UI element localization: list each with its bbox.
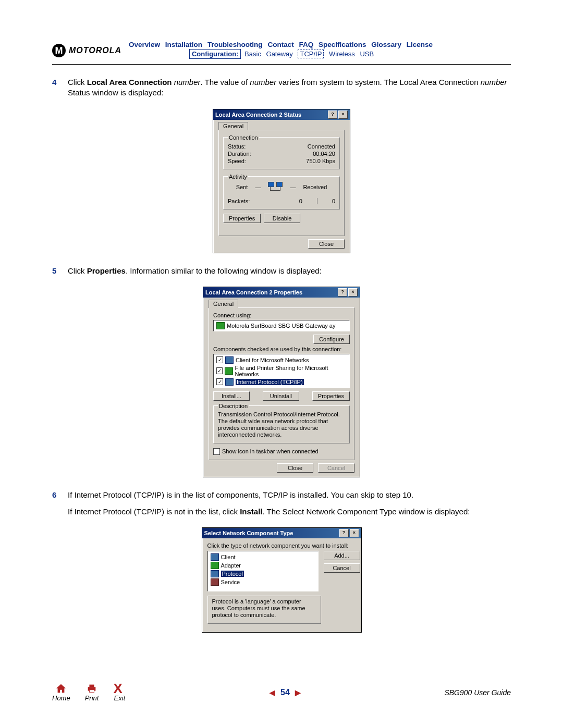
cancel-button[interactable]: Cancel <box>318 463 354 473</box>
help-icon[interactable]: ? <box>339 529 349 537</box>
description-group: Protocol is a 'language' a computer uses… <box>207 596 321 624</box>
separator <box>317 198 317 204</box>
tab-general[interactable]: General <box>218 122 248 130</box>
page-navigation: ◀ 54 ▶ <box>270 688 301 697</box>
duration-value: 00:04:20 <box>313 151 335 157</box>
tab-general[interactable]: General <box>209 300 238 308</box>
checkbox-icon[interactable]: ✓ <box>216 367 223 374</box>
nav-glossary[interactable]: Glossary <box>371 41 401 48</box>
properties-button[interactable]: Properties <box>223 214 261 223</box>
status-label: Status: <box>228 143 246 150</box>
nav-contact[interactable]: Contact <box>267 41 293 48</box>
components-list[interactable]: ✓Client for Microsoft Networks ✓File and… <box>213 354 350 388</box>
speed-value: 750.0 Kbps <box>306 158 335 164</box>
list-item: ✓File and Printer Sharing for Microsoft … <box>216 364 347 378</box>
next-page-icon[interactable]: ▶ <box>295 688 301 697</box>
adapter-icon <box>211 562 219 569</box>
close-button[interactable]: Close <box>277 463 313 473</box>
nav-installation[interactable]: Installation <box>165 41 202 48</box>
help-icon[interactable]: ? <box>338 288 347 297</box>
instruction-text: Click the type of network component you … <box>207 542 356 549</box>
description-group: Description Transmission Control Protoco… <box>213 403 350 443</box>
help-icon[interactable]: ? <box>328 110 337 119</box>
step-4: 4 Click Local Area Connection number. Th… <box>52 77 511 105</box>
titlebar: Select Network Component Type ? × <box>202 528 361 538</box>
motorola-batwing-icon: M <box>52 44 66 57</box>
svg-rect-1 <box>89 685 94 687</box>
close-icon[interactable]: × <box>338 110 348 119</box>
sent-label: Sent <box>236 184 248 190</box>
list-item: ✓Client for Microsoft Networks <box>216 356 347 364</box>
components-label: Components checked are used by this conn… <box>213 346 350 352</box>
step-6-p2: If Internet Protocol (TCP/IP) is not in … <box>68 507 511 517</box>
adapter-icon <box>216 322 225 329</box>
nav-wireless[interactable]: Wireless <box>329 50 355 58</box>
close-button[interactable]: Close <box>308 239 345 249</box>
step-number: 4 <box>52 77 68 105</box>
nav-troubleshooting[interactable]: Troubleshooting <box>207 41 263 48</box>
nav-faq[interactable]: FAQ <box>299 41 313 48</box>
packets-label: Packets: <box>228 198 250 204</box>
nav-license[interactable]: License <box>407 41 433 48</box>
step-4-text: Click Local Area Connection number. The … <box>68 77 511 98</box>
protocol-icon <box>225 378 234 386</box>
list-item: Service <box>211 578 315 586</box>
service-icon <box>211 578 219 586</box>
uninstall-button[interactable]: Uninstall <box>263 391 299 401</box>
list-item: Adapter <box>211 561 315 570</box>
home-icon <box>55 683 67 694</box>
connect-using-label: Connect using: <box>213 312 350 318</box>
adapter-name: Motorola SurfBoard SBG USB Gateway ay <box>227 323 335 329</box>
client-icon <box>225 356 234 364</box>
dialog-title: Local Area Connection 2 Status <box>215 112 301 118</box>
description-text: Protocol is a 'language' a computer uses… <box>212 598 316 619</box>
nav-overview[interactable]: Overview <box>129 41 160 48</box>
protocol-icon <box>211 570 219 577</box>
properties-button[interactable]: Properties <box>312 391 350 401</box>
close-icon[interactable]: × <box>348 288 358 297</box>
adapter-field: Motorola SurfBoard SBG USB Gateway ay <box>213 320 350 331</box>
add-button[interactable]: Add... <box>324 551 360 560</box>
step-number: 6 <box>52 490 68 524</box>
component-type-list[interactable]: Client Adapter Protocol Service <box>207 551 319 591</box>
page-header: M MOTOROLA Overview Installation Trouble… <box>52 41 511 58</box>
nav-primary: Overview Installation Troubleshooting Co… <box>129 41 436 48</box>
checkbox-icon[interactable] <box>213 448 220 455</box>
step-6-p1: If Internet Protocol (TCP/IP) is in the … <box>68 490 511 500</box>
close-icon[interactable]: × <box>350 529 359 537</box>
nav-tcpip[interactable]: TCP/IP <box>298 50 324 58</box>
lan-properties-dialog: Local Area Connection 2 Properties ? × G… <box>203 287 360 477</box>
group-label: Activity <box>228 174 248 180</box>
nav-basic[interactable]: Basic <box>244 50 261 58</box>
select-component-dialog: Select Network Component Type ? × Click … <box>202 527 362 633</box>
configure-button[interactable]: Configure <box>313 335 350 344</box>
list-item: ✓Internet Protocol (TCP/IP) <box>216 378 347 386</box>
lan-status-dialog: Local Area Connection 2 Status ? × Gener… <box>213 109 350 253</box>
brand-text: MOTOROLA <box>69 46 121 55</box>
home-button[interactable]: Home <box>52 683 70 702</box>
list-item: Client <box>211 553 315 561</box>
cancel-button[interactable]: Cancel <box>324 563 360 573</box>
install-button[interactable]: Install... <box>213 391 250 401</box>
nav-specifications[interactable]: Specifications <box>319 41 366 48</box>
page-number: 54 <box>280 688 290 697</box>
checkbox-icon[interactable]: ✓ <box>216 378 223 385</box>
nav-usb[interactable]: USB <box>360 50 374 58</box>
guide-title: SBG900 User Guide <box>444 688 511 697</box>
step-number: 5 <box>52 266 68 282</box>
nav-gateway[interactable]: Gateway <box>266 50 293 58</box>
exit-icon: X <box>113 683 126 694</box>
network-activity-icon <box>268 182 283 192</box>
page-footer: Home Print X Exit ◀ 54 ▶ SBG900 User Gui… <box>52 683 511 702</box>
print-button[interactable]: Print <box>85 683 99 702</box>
checkbox-icon[interactable]: ✓ <box>216 356 223 363</box>
top-navigation: Overview Installation Troubleshooting Co… <box>129 41 436 58</box>
print-icon <box>85 683 98 694</box>
disable-button[interactable]: Disable <box>264 214 300 223</box>
activity-group: Activity Sent — — Received Packets: 0 <box>223 174 340 209</box>
show-icon-label: Show icon in taskbar when connected <box>222 448 319 454</box>
nav-configuration[interactable]: Configuration: <box>189 49 241 59</box>
exit-button[interactable]: X Exit <box>113 683 126 702</box>
prev-page-icon[interactable]: ◀ <box>270 688 275 697</box>
list-item: Protocol <box>211 570 315 578</box>
